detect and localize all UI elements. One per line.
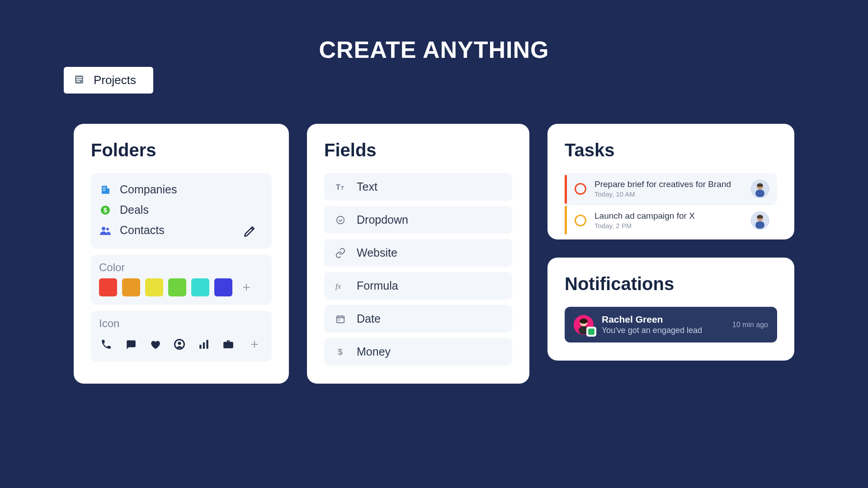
bar-chart-icon[interactable] <box>197 337 211 352</box>
svg-text:$: $ <box>104 206 108 214</box>
svg-rect-3 <box>76 81 80 82</box>
color-swatch[interactable] <box>191 278 209 296</box>
color-swatch[interactable] <box>99 278 117 296</box>
eyedropper-icon[interactable] <box>242 225 255 241</box>
icon-swatch-row: + <box>99 334 264 353</box>
users-icon <box>99 225 112 236</box>
notification-name: Rachel Green <box>602 314 724 325</box>
svg-rect-6 <box>103 187 104 188</box>
svg-rect-19 <box>203 343 205 349</box>
add-color-button[interactable]: + <box>237 278 255 296</box>
dollar-circle-icon: $ <box>99 205 112 216</box>
folder-item-companies[interactable]: Companies <box>99 179 264 200</box>
user-circle-icon[interactable] <box>172 337 187 352</box>
field-formula[interactable]: fx Formula <box>324 272 512 300</box>
phone-icon[interactable] <box>99 337 113 352</box>
task-checkbox[interactable] <box>575 215 586 226</box>
svg-rect-33 <box>755 221 764 229</box>
app-badge-icon <box>586 327 596 337</box>
projects-chip-label: Projects <box>94 73 136 87</box>
folders-title: Folders <box>91 140 272 160</box>
dollar-icon: $ <box>334 347 347 357</box>
svg-rect-9 <box>104 188 105 189</box>
task-row[interactable]: Launch ad campaign for X Today, 2 PM <box>565 205 777 236</box>
folder-item-label: Deals <box>120 203 149 216</box>
task-row[interactable]: Prepare brief for creatives for Brand To… <box>565 173 777 204</box>
notification-time: 10 min ago <box>732 321 768 329</box>
folder-item-label: Companies <box>120 183 177 196</box>
svg-rect-8 <box>103 188 104 189</box>
svg-rect-30 <box>755 190 764 197</box>
svg-point-14 <box>102 227 105 230</box>
chat-icon[interactable] <box>123 337 138 352</box>
notifications-card: Notifications Rachel Green You've got an… <box>547 258 794 361</box>
tasks-title: Tasks <box>565 140 777 160</box>
page-title: CREATE ANYTHING <box>319 36 549 63</box>
svg-rect-5 <box>107 188 109 194</box>
field-label: Dropdown <box>357 213 408 226</box>
notification-row[interactable]: Rachel Green You've got an engaged lead … <box>565 307 777 343</box>
formula-icon: fx <box>334 281 347 291</box>
color-label: Color <box>99 261 264 274</box>
folder-item-label: Contacts <box>120 224 165 237</box>
field-money[interactable]: $ Money <box>324 338 512 366</box>
task-time: Today, 2 PM <box>594 222 743 230</box>
field-dropdown[interactable]: Dropdown <box>324 206 512 234</box>
color-swatch[interactable] <box>214 278 232 296</box>
projects-chip[interactable]: Projects <box>64 67 153 94</box>
field-website[interactable]: Website <box>324 239 512 267</box>
briefcase-icon[interactable] <box>221 337 236 352</box>
svg-rect-25 <box>337 316 344 323</box>
svg-rect-1 <box>76 77 82 78</box>
notifications-title: Notifications <box>565 274 777 294</box>
task-priority-bar <box>565 206 567 235</box>
svg-rect-18 <box>199 345 201 349</box>
svg-text:$: $ <box>338 347 343 357</box>
svg-rect-20 <box>206 340 208 349</box>
color-swatch[interactable] <box>168 278 186 296</box>
field-date[interactable]: Date <box>324 305 512 333</box>
svg-point-23 <box>337 216 344 224</box>
color-swatch[interactable] <box>122 278 140 296</box>
fields-card: Fields TT Text Dropdown Website <box>307 124 529 384</box>
add-icon-button[interactable]: + <box>245 335 264 353</box>
color-swatch-row: + <box>99 278 264 296</box>
tasks-list: Prepare brief for creatives for Brand To… <box>565 173 777 236</box>
heart-icon[interactable] <box>148 337 162 352</box>
fields-title: Fields <box>324 140 512 160</box>
color-picker: Color + <box>91 255 272 305</box>
notification-message: You've got an engaged lead <box>602 326 724 335</box>
folder-item-deals[interactable]: $ Deals <box>99 200 264 220</box>
task-checkbox[interactable] <box>575 183 586 195</box>
folder-item-contacts[interactable]: Contacts <box>99 220 264 240</box>
list-icon <box>74 74 85 87</box>
field-label: Date <box>357 312 381 325</box>
field-label: Website <box>357 246 397 259</box>
calendar-icon <box>334 314 347 324</box>
svg-rect-11 <box>104 190 105 191</box>
task-time: Today, 10 AM <box>594 190 743 198</box>
svg-text:T: T <box>336 183 340 191</box>
avatar <box>751 180 769 198</box>
building-icon <box>99 184 112 195</box>
avatar <box>751 211 769 230</box>
tasks-card: Tasks Prepare brief for creatives for Br… <box>547 124 794 239</box>
icon-picker: Icon <box>91 311 272 361</box>
svg-point-15 <box>106 228 109 230</box>
svg-text:T: T <box>341 185 344 191</box>
task-priority-bar <box>565 175 567 204</box>
svg-text:fx: fx <box>335 282 341 291</box>
field-label: Formula <box>357 279 398 292</box>
svg-rect-7 <box>104 187 105 188</box>
color-swatch[interactable] <box>145 278 163 296</box>
field-text[interactable]: TT Text <box>324 173 512 201</box>
dropdown-icon <box>334 215 347 225</box>
folders-card: Folders Companies $ Deals <box>74 124 289 384</box>
text-icon: TT <box>334 182 347 192</box>
field-label: Text <box>357 180 377 193</box>
icon-label: Icon <box>99 317 264 330</box>
svg-rect-26 <box>338 319 340 320</box>
svg-point-17 <box>178 342 181 345</box>
link-icon <box>334 248 347 258</box>
svg-rect-10 <box>103 190 104 191</box>
